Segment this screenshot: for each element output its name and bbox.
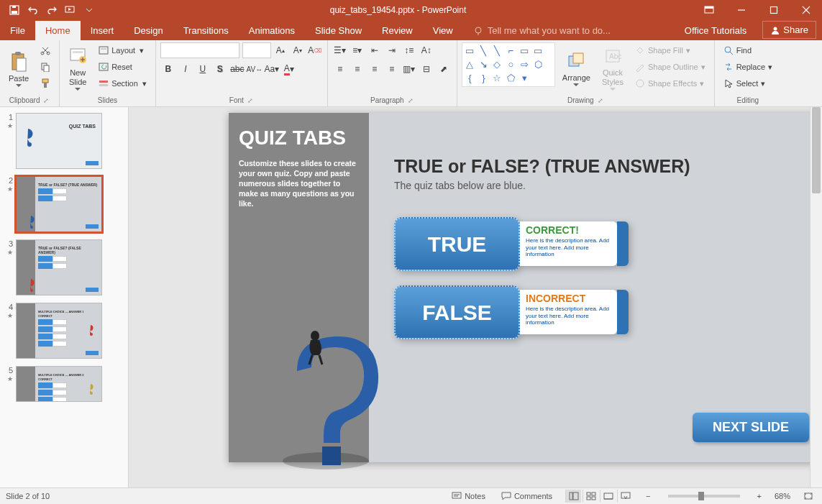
tab-file[interactable]: File (0, 21, 35, 40)
tab-insert[interactable]: Insert (81, 21, 124, 40)
notes-button[interactable]: Notes (449, 492, 488, 500)
shape-arrow2-icon[interactable]: ⇨ (519, 58, 531, 70)
shape-circle-icon[interactable]: ○ (505, 58, 517, 70)
decrease-indent-button[interactable]: ⇤ (367, 42, 383, 58)
strikethrough-button[interactable]: abc (229, 61, 245, 77)
shape-line-icon[interactable]: ╲ (478, 45, 490, 57)
shape-connector-icon[interactable]: ⌐ (505, 45, 517, 57)
text-direction-button[interactable]: A↕ (419, 42, 434, 58)
shape-fill-button[interactable]: Shape Fill▾ (631, 42, 710, 58)
columns-button[interactable]: ▥▾ (401, 61, 417, 77)
qat-customize-button[interactable] (81, 1, 98, 19)
shape-rect2-icon[interactable]: ▭ (519, 45, 531, 57)
scrollbar-thumb[interactable] (812, 107, 821, 193)
undo-button[interactable] (24, 1, 42, 19)
comments-button[interactable]: Comments (498, 492, 555, 500)
tab-slideshow[interactable]: Slide Show (305, 21, 372, 40)
fit-to-window-button[interactable] (800, 492, 816, 500)
tab-view[interactable]: View (423, 21, 463, 40)
character-spacing-button[interactable]: AV↔ (247, 61, 262, 77)
align-center-button[interactable]: ≡ (350, 61, 365, 77)
ribbon-display-options-button[interactable] (693, 0, 725, 20)
tell-me-search[interactable]: Tell me what you want to do... (463, 21, 621, 40)
justify-button[interactable]: ≡ (384, 61, 400, 77)
save-button[interactable] (6, 1, 23, 19)
tab-design[interactable]: Design (124, 21, 173, 40)
align-left-button[interactable]: ≡ (332, 61, 348, 77)
tab-home[interactable]: Home (35, 21, 81, 40)
slideshow-view-button[interactable] (617, 490, 633, 503)
shape-arrow-icon[interactable]: ↘ (478, 58, 490, 70)
thumbnail-5[interactable]: MULTIPLE CHOICE — ANSWER 2 CORRECT (16, 366, 102, 402)
start-from-beginning-button[interactable] (62, 1, 79, 19)
find-button[interactable]: Find (719, 42, 777, 58)
copy-button[interactable] (36, 59, 55, 75)
shape-diamond-icon[interactable]: ◇ (491, 58, 503, 70)
shape-more-icon[interactable]: ▾ (519, 72, 531, 84)
smartart-button[interactable]: ⬈ (436, 61, 452, 77)
paragraph-dialog-launcher[interactable]: ⤢ (407, 97, 414, 104)
line-spacing-button[interactable]: ↕≡ (401, 42, 417, 58)
layout-button[interactable]: Layout▾ (94, 42, 151, 58)
shape-star-icon[interactable]: ☆ (491, 72, 503, 84)
shape-line2-icon[interactable]: ╲ (491, 45, 503, 57)
quick-styles-button[interactable]: Abc Quick Styles (598, 42, 628, 95)
clear-formatting-button[interactable]: A⌫ (307, 42, 323, 58)
format-painter-button[interactable] (36, 75, 55, 91)
underline-button[interactable]: U (195, 61, 211, 77)
clipboard-dialog-launcher[interactable]: ⤢ (42, 97, 50, 104)
shape-rect3-icon[interactable]: ▭ (532, 45, 544, 57)
vertical-scrollbar[interactable] (810, 107, 822, 487)
thumbnail-4[interactable]: MULTIPLE CHOICE — ANSWER 1 CORRECT (16, 303, 102, 359)
select-button[interactable]: Select▾ (719, 75, 777, 91)
slide-canvas-area[interactable]: QUIZ TABS Customize these slides to crea… (129, 107, 822, 487)
reading-view-button[interactable] (600, 490, 616, 503)
drawing-dialog-launcher[interactable]: ⤢ (597, 97, 604, 104)
slide-thumbnails-panel[interactable]: 1★ QUIZ TABS 2★ TRUE or FALSE? (TRUE ANS… (0, 107, 129, 487)
shape-brace-icon[interactable]: { (464, 72, 476, 84)
thumbnail-3[interactable]: TRUE or FALSE? (FALSE ANSWER) (16, 239, 102, 295)
decrease-font-button[interactable]: A▾ (290, 42, 306, 58)
normal-view-button[interactable] (565, 490, 581, 503)
redo-button[interactable] (43, 1, 60, 19)
font-color-button[interactable]: A▾ (281, 61, 297, 77)
tab-review[interactable]: Review (372, 21, 423, 40)
next-slide-button[interactable]: NEXT SLIDE (693, 413, 809, 442)
minimize-button[interactable] (725, 0, 757, 20)
zoom-out-button[interactable]: − (643, 492, 653, 500)
section-button[interactable]: Section▾ (94, 75, 151, 91)
zoom-slider-thumb[interactable] (698, 492, 704, 500)
shapes-gallery[interactable]: ▭╲╲⌐▭▭ △↘◇○⇨⬡ {}☆⬠▾ (462, 42, 555, 87)
bold-button[interactable]: B (160, 61, 176, 77)
shape-outline-button[interactable]: Shape Outline▾ (631, 59, 710, 75)
font-size-select[interactable] (242, 42, 271, 58)
close-button[interactable] (790, 0, 822, 20)
thumbnail-1[interactable]: QUIZ TABS (16, 113, 102, 169)
slide-sorter-view-button[interactable] (583, 490, 598, 503)
answer-tab-false[interactable]: FALSE INCORRECT Here is the description … (394, 285, 809, 339)
shape-callout-icon[interactable]: ⬠ (505, 72, 517, 84)
slide-canvas[interactable]: QUIZ TABS Customize these slides to crea… (229, 113, 822, 462)
maximize-button[interactable] (757, 0, 790, 20)
paste-button[interactable]: Paste (4, 42, 33, 95)
increase-indent-button[interactable]: ⇥ (384, 42, 400, 58)
thumbnail-2[interactable]: TRUE or FALSE? (TRUE ANSWER) (16, 176, 102, 232)
align-text-button[interactable]: ⊟ (419, 61, 434, 77)
change-case-button[interactable]: Aa▾ (264, 61, 280, 77)
bullets-button[interactable]: ☰▾ (332, 42, 348, 58)
numbering-button[interactable]: ≡▾ (350, 42, 365, 58)
shape-rectangle-icon[interactable]: ▭ (464, 45, 476, 57)
zoom-slider[interactable] (668, 495, 740, 498)
align-right-button[interactable]: ≡ (367, 61, 383, 77)
cut-button[interactable] (36, 42, 55, 58)
font-family-select[interactable] (160, 42, 239, 58)
shape-effects-button[interactable]: Shape Effects▾ (631, 75, 710, 91)
shape-triangle-icon[interactable]: △ (464, 58, 476, 70)
tab-transitions[interactable]: Transitions (173, 21, 239, 40)
tab-office-tutorials[interactable]: Office Tutorials (675, 21, 757, 40)
tab-animations[interactable]: Animations (239, 21, 305, 40)
reset-button[interactable]: Reset (94, 59, 151, 75)
italic-button[interactable]: I (178, 61, 193, 77)
arrange-button[interactable]: Arrange (558, 42, 595, 95)
shape-brace2-icon[interactable]: } (478, 72, 490, 84)
